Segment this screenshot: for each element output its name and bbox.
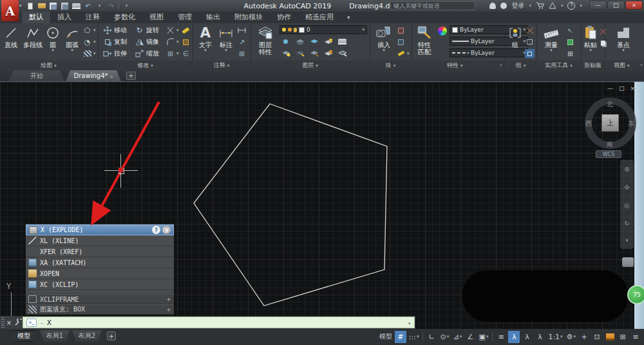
grid-toggle[interactable]: #	[395, 331, 406, 343]
layer-plot-icon[interactable]	[337, 37, 347, 46]
panel-label-layers[interactable]: 图层▾	[251, 61, 370, 70]
navigation-bar[interactable]: ⊕ ✣ ◎ ↻ ▾	[620, 160, 634, 249]
viewcube-south-label[interactable]: 南	[607, 140, 613, 149]
paste-dropdown-icon[interactable]: ▾	[589, 48, 592, 53]
arc-button[interactable]: 圆弧 ▾	[62, 25, 82, 53]
app-store-cart-icon[interactable]	[536, 2, 544, 9]
search-input[interactable]	[390, 1, 475, 10]
floating-helper-badge[interactable]: 75	[627, 285, 644, 304]
tab-pin-icon[interactable]: ▪	[110, 74, 113, 79]
insert-dropdown-icon[interactable]: ▾	[383, 48, 385, 53]
circle-dropdown-icon[interactable]: ▾	[52, 48, 54, 53]
base-point-button[interactable]: 基点 ▾	[613, 25, 634, 53]
array-dropdown-icon[interactable]: ▾	[176, 51, 179, 56]
isolate-objects-toggle[interactable]: ⊡	[591, 331, 603, 343]
lineweight-toggle[interactable]: ≡	[495, 331, 507, 343]
layer-current-icon[interactable]	[281, 48, 290, 57]
view-expand-icon[interactable]: »	[640, 61, 643, 70]
panel-label-properties[interactable]: 特性▾»	[412, 61, 505, 70]
viewcube-north-label[interactable]: 北	[607, 100, 613, 109]
panel-label-groups[interactable]: 组▾	[506, 61, 536, 70]
join-icon[interactable]: ∈	[181, 49, 191, 58]
tab-manage[interactable]: 管理	[171, 12, 199, 23]
trim-icon[interactable]	[166, 26, 175, 35]
application-menu-button[interactable]: A	[1, 0, 19, 21]
measure-button[interactable]: 测量 ▾	[541, 25, 562, 53]
group-selection-toggle-icon[interactable]	[525, 49, 535, 58]
arc-dropdown-icon[interactable]: ▾	[71, 48, 73, 53]
annotation-visibility-toggle[interactable]: λ	[508, 331, 520, 343]
create-block-icon[interactable]	[396, 26, 406, 35]
group-button[interactable]: 组	[507, 25, 524, 48]
graphics-performance-icon[interactable]	[604, 331, 616, 343]
polar-tracking-toggle[interactable]: ⊙▾	[439, 331, 450, 343]
table-icon[interactable]: ⊞	[237, 49, 247, 58]
help-icon[interactable]: ?	[567, 2, 575, 10]
rotate-button[interactable]: ↻ 旋转	[135, 25, 159, 35]
isodraft-toggle[interactable]: ⊿▾	[451, 331, 463, 343]
zoom-extents-icon[interactable]: ◎	[624, 202, 630, 209]
command-input[interactable]: >_ - X ▴	[23, 317, 415, 328]
new-drawing-tab-button[interactable]: +	[126, 72, 136, 80]
panel-label-utilities[interactable]: 实用工具▾	[537, 61, 581, 70]
layer-lock-icon[interactable]	[323, 37, 333, 46]
panel-label-modify[interactable]: 修改▾	[99, 61, 193, 70]
measure-dropdown-icon[interactable]: ▾	[550, 48, 553, 53]
model-space-button[interactable]: 模型	[378, 331, 393, 343]
layer-off-icon[interactable]	[281, 37, 290, 46]
polygon-dropdown-icon[interactable]: ▾	[93, 28, 96, 33]
properties-expand-icon[interactable]: »	[500, 61, 502, 70]
community-icon[interactable]	[489, 3, 496, 9]
leader-icon[interactable]: ↗	[237, 37, 247, 46]
hatch-dropdown-icon[interactable]: ▾	[93, 51, 96, 56]
panel-label-block[interactable]: 块▾	[370, 61, 412, 70]
xclipframe-expand-icon[interactable]: +	[167, 296, 171, 303]
workspace-switching-gear[interactable]: ⚙▾	[565, 331, 577, 343]
hatch-box-expand-icon[interactable]: +	[167, 306, 171, 313]
circle-button[interactable]: 圆 ▾	[44, 25, 62, 53]
undo-dropdown-icon[interactable]: ▾	[95, 2, 104, 10]
tab-featured-apps[interactable]: 精选应用	[298, 12, 341, 23]
dimension-button[interactable]: 标注 ▾	[216, 25, 236, 53]
sign-in-dropdown-icon[interactable]: ▾	[529, 3, 531, 8]
full-navigation-wheel-icon[interactable]: ⊕	[624, 166, 629, 173]
dwg-restore-icon[interactable]: □	[619, 85, 625, 92]
suggestion-xa-xattach[interactable]: XA (XATTACH)	[26, 257, 174, 268]
close-button[interactable]: ×	[625, 1, 643, 10]
group-edit-icon[interactable]	[525, 37, 535, 46]
recent-commands-icon[interactable]: -	[40, 319, 44, 326]
mirror-button[interactable]: 镜像	[135, 36, 159, 47]
command-history-icon[interactable]: ▴	[408, 320, 411, 326]
stretch-button[interactable]: 拉伸	[102, 48, 127, 59]
annotation-scale-value[interactable]: 1:1▾	[547, 331, 564, 343]
ortho-toggle[interactable]: ∟	[426, 331, 437, 343]
insert-button[interactable]: 插入 ▾	[374, 25, 393, 53]
copy-button[interactable]: 复制	[102, 36, 127, 47]
ellipse-icon[interactable]: ◔	[82, 37, 92, 46]
suggestion-help-icon[interactable]: ?	[152, 226, 160, 234]
match-properties-button[interactable]: 特性 匹配	[413, 25, 435, 55]
object-snap-toggle[interactable]: ▣▾	[477, 331, 489, 343]
suggestion-xl-xline[interactable]: XL (XLINE)	[26, 235, 174, 246]
tab-view[interactable]: 视图	[142, 12, 171, 23]
autoscale-toggle[interactable]: λ	[521, 331, 533, 343]
explode-icon[interactable]	[181, 37, 191, 46]
layer-walk-icon[interactable]	[337, 48, 347, 57]
pan-icon[interactable]: ✣	[624, 184, 629, 191]
ungroup-icon[interactable]	[525, 26, 535, 35]
wcs-button[interactable]: WCS	[596, 150, 621, 158]
tab-parametric[interactable]: 参数化	[107, 12, 142, 23]
sign-in-label[interactable]: 登录	[511, 1, 524, 10]
block-editor-dropdown-icon[interactable]: ▾	[407, 51, 410, 56]
layout-tab-model[interactable]: 模型	[10, 330, 37, 342]
autodesk-account-icon[interactable]	[549, 2, 556, 9]
quick-calc-icon[interactable]: ⊞	[565, 49, 575, 58]
command-line-palette[interactable]: × >_ - X ▴	[0, 316, 415, 329]
id-point-icon[interactable]: ↖	[565, 26, 575, 35]
polyline-button[interactable]: 多段线	[21, 25, 45, 48]
move-button[interactable]: 移动	[102, 25, 127, 35]
suggestion-search-icon[interactable]	[162, 226, 171, 234]
layout-tab-layout1[interactable]: 布局1	[40, 330, 70, 342]
dimension-dropdown-icon[interactable]: ▾	[225, 48, 227, 53]
suggestion-xc-xclip[interactable]: XC (XCLIP)	[26, 279, 174, 290]
